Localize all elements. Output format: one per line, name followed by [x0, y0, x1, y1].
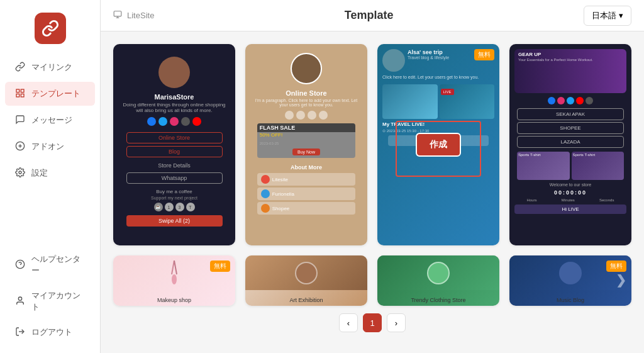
- logout-icon: [15, 327, 26, 338]
- gear-img1: Sports T-shirt: [517, 152, 570, 180]
- marisa-swipe-btn[interactable]: Swipe All (2): [126, 215, 223, 227]
- tw-icon: [567, 97, 574, 104]
- lang-label: 日本語: [592, 10, 616, 21]
- online-links: Litesite Furionella Shopee: [257, 173, 356, 215]
- template-card-marisa[interactable]: MarisaStore Doing different things throu…: [113, 44, 235, 245]
- sidebar-item-message[interactable]: メッセージ: [5, 108, 95, 132]
- template-card-gear[interactable]: GEAR UP Your Essentials for a Perfect Ho…: [509, 44, 631, 245]
- music-avatar: [559, 262, 582, 284]
- art-avatar: [295, 262, 318, 284]
- buy-btn[interactable]: Buy Now: [292, 148, 320, 155]
- svg-rect-2: [21, 94, 24, 97]
- marisa-desc: Doing different things through online sh…: [121, 102, 228, 113]
- link-label-shopee: Shopee: [272, 206, 290, 211]
- svg-rect-3: [16, 94, 19, 97]
- gear-btn-sekai[interactable]: SEKAI APAK: [517, 108, 624, 120]
- template-card-online[interactable]: Online Store I'm a paragraph. Click here…: [245, 44, 367, 245]
- language-button[interactable]: 日本語 ▾: [584, 6, 631, 26]
- svg-rect-1: [21, 89, 24, 92]
- clothing-avatar: [427, 262, 450, 284]
- header-left: LiteSite: [113, 10, 154, 21]
- hours-label: Hours: [527, 198, 537, 202]
- online-about: About More: [291, 164, 322, 171]
- help-icon: [15, 259, 26, 271]
- art-preview: [245, 255, 367, 290]
- sidebar-item-addon-label: アドオン: [31, 141, 64, 152]
- prev-page-btn[interactable]: ‹: [339, 313, 358, 332]
- litesite-icon: [261, 175, 270, 184]
- gear-img2-label: Sports T-shirt: [572, 152, 625, 158]
- gear-live-btn[interactable]: Hi LIVE: [514, 205, 626, 214]
- message-icon: [15, 115, 26, 126]
- yt-icon: [576, 97, 584, 104]
- gear-title: GEAR UP: [518, 52, 541, 57]
- sidebar-item-logout[interactable]: ログアウト: [5, 320, 95, 344]
- sidebar-item-addon[interactable]: アドオン: [5, 135, 95, 159]
- logo[interactable]: [35, 13, 66, 44]
- marisa-btn-blog[interactable]: Blog: [126, 146, 223, 157]
- sidebar-item-help[interactable]: ヘルプセンター: [5, 247, 95, 283]
- pagination: ‹ 1 ›: [113, 306, 631, 340]
- link-label-furionella: Furionella: [272, 191, 294, 197]
- shopee-icon: [261, 204, 270, 213]
- link-furionella[interactable]: Furionella: [257, 188, 356, 200]
- small-template-grid: 無料 Makeup shop Art Exhibition: [113, 255, 631, 306]
- art-label: Art Exhibition: [245, 297, 367, 303]
- coin-icon: ☕: [154, 203, 163, 211]
- gear-img1-label: Sports T-shirt: [517, 152, 570, 158]
- link-label-litesite: Litesite: [272, 177, 288, 182]
- account-icon: [15, 296, 26, 307]
- template-card-music[interactable]: 無料 ❯ Music Blog: [509, 255, 631, 306]
- sidebar-item-settings-label: 設定: [31, 167, 48, 179]
- travel-free-badge: 無料: [474, 49, 494, 60]
- makeup-label: Makeup shop: [113, 297, 235, 303]
- gear-subtitle: Your Essentials for a Perfect Home Worko…: [518, 58, 593, 62]
- template-card-makeup[interactable]: 無料 Makeup shop: [113, 255, 235, 306]
- settings-icon: [15, 167, 26, 179]
- music-chevron: ❯: [616, 272, 626, 288]
- sidebar-item-settings[interactable]: 設定: [5, 161, 95, 185]
- next-page-btn[interactable]: ›: [387, 313, 406, 332]
- create-button[interactable]: 作成: [416, 133, 461, 157]
- sidebar-nav: マイリンク テンプレート メッセージ アドオン 設定: [0, 54, 100, 246]
- online-avatar: [291, 53, 322, 84]
- link-shopee[interactable]: Shopee: [257, 202, 356, 215]
- template-card-travel[interactable]: 無料 Alsa' see trip Travel blog & lifestyl…: [377, 44, 499, 245]
- main-content: LiteSite Template 日本語 ▾ MarisaStore Doin…: [101, 0, 644, 353]
- travel-avatar: [382, 49, 405, 72]
- lang-arrow: ▾: [619, 11, 623, 20]
- online-banner: FLASH SALE 50% OFF! 2023-03-25 Buy Now: [257, 123, 356, 158]
- clothing-preview: [377, 255, 499, 290]
- gear-btn-shopee[interactable]: SHOPEE: [517, 122, 624, 134]
- seconds-label: Seconds: [599, 198, 614, 202]
- litesite-label: LiteSite: [127, 11, 154, 20]
- sidebar-item-template[interactable]: テンプレート: [5, 82, 95, 106]
- monitor-icon: [113, 10, 122, 21]
- card1-coins: ☕ 1 3 T: [154, 203, 195, 211]
- music-free-badge: 無料: [606, 261, 626, 272]
- template-card-clothing[interactable]: Trendy Clothing Store: [377, 255, 499, 306]
- flash-pct: 50% OFF!: [260, 132, 282, 138]
- sidebar-item-mylink[interactable]: マイリンク: [5, 55, 95, 79]
- flash-label: FLASH SALE: [257, 123, 356, 132]
- link-litesite[interactable]: Litesite: [257, 173, 356, 186]
- template-card-art[interactable]: Art Exhibition: [245, 255, 367, 306]
- clothing-label: Trendy Clothing Store: [377, 297, 499, 303]
- page-title: Template: [345, 9, 394, 22]
- marisa-btn-online[interactable]: Online Store: [126, 132, 223, 143]
- marisa-title: MarisaStore: [155, 93, 194, 101]
- svg-point-15: [172, 274, 177, 284]
- header: LiteSite Template 日本語 ▾: [101, 0, 644, 31]
- sidebar-item-account[interactable]: マイアカウント: [5, 284, 95, 319]
- header-right: 日本語 ▾: [584, 6, 631, 26]
- page-1-btn[interactable]: 1: [363, 313, 382, 332]
- marisa-btn-whatsapp[interactable]: Whatsapp: [126, 172, 223, 184]
- gear-timer: 00:00:00: [514, 189, 626, 196]
- gear-socials: [514, 97, 626, 104]
- sidebar-bottom: ヘルプセンター マイアカウント ログアウト: [0, 246, 100, 353]
- gear-timer-labels: Hours Minutes Seconds: [514, 198, 626, 202]
- furionella-icon: [261, 189, 270, 198]
- gear-btn-lazada[interactable]: LAZADA: [517, 136, 624, 148]
- svg-point-10: [18, 297, 21, 300]
- live-badge: LIVE: [441, 89, 454, 95]
